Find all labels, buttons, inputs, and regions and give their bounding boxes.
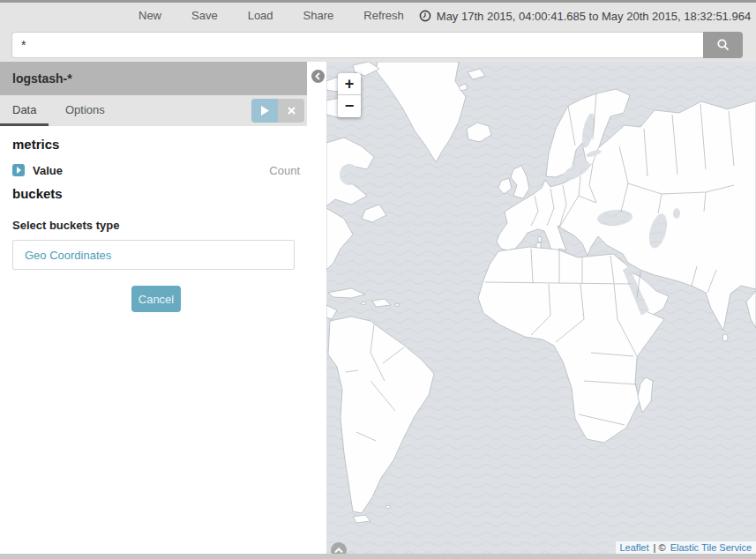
sidebar-tabs: Data Options <box>0 95 307 126</box>
cancel-button[interactable]: Cancel <box>131 286 181 312</box>
search-button[interactable] <box>703 32 743 58</box>
metrics-heading: metrics <box>12 137 300 152</box>
search-input[interactable] <box>11 32 703 58</box>
buckets-heading: buckets <box>12 186 300 201</box>
nav-new[interactable]: New <box>124 3 176 29</box>
attribution-separator: | © <box>652 542 668 553</box>
nav-refresh[interactable]: Refresh <box>348 3 419 29</box>
metric-label: Value <box>33 164 63 177</box>
time-picker[interactable]: May 17th 2015, 04:00:41.685 to May 20th … <box>419 10 751 23</box>
select-buckets-type-label: Select buckets type <box>12 219 300 232</box>
bucket-option-geo-coordinates[interactable]: Geo Coordinates <box>13 249 111 262</box>
chevron-left-icon <box>314 72 322 80</box>
apply-changes-button[interactable] <box>251 99 278 123</box>
clock-icon <box>419 10 431 22</box>
nav-load[interactable]: Load <box>233 3 288 29</box>
nav-items: New Save Load Share Refresh <box>124 3 419 29</box>
search-icon <box>716 38 730 52</box>
elastic-tile-service-link[interactable]: Elastic Tile Service <box>670 542 752 553</box>
metric-row-value: Value Count <box>12 160 300 181</box>
vis-editor-sidebar: logstash-* Data Options <box>0 62 326 554</box>
map-zoom-control: + − <box>338 73 361 117</box>
chevron-right-icon <box>17 167 21 174</box>
time-range-label: May 17th 2015, 04:00:41.685 to May 20th … <box>437 10 751 23</box>
index-pattern-header: logstash-* <box>0 62 307 95</box>
spy-panel-toggle[interactable] <box>331 542 347 554</box>
nav-save[interactable]: Save <box>176 3 233 29</box>
bottom-border <box>0 554 756 559</box>
chevron-up-icon <box>333 547 344 554</box>
buckets-type-listbox[interactable]: Geo Coordinates <box>12 240 295 270</box>
search-bar <box>0 29 756 62</box>
zoom-out-button[interactable]: − <box>338 95 361 117</box>
metric-agg-type: Count <box>269 164 300 177</box>
kibana-visualize-app: New Save Load Share Refresh May 17th 201… <box>0 0 756 559</box>
tab-data[interactable]: Data <box>0 95 49 126</box>
zoom-in-button[interactable]: + <box>338 73 361 95</box>
tile-map-canvas[interactable]: + − Leaflet | © Elastic Tile Service <box>326 62 756 554</box>
play-icon <box>261 106 269 116</box>
nav-share[interactable]: Share <box>288 3 349 29</box>
sidebar-collapse-toggle[interactable] <box>311 70 325 83</box>
top-navbar: New Save Load Share Refresh May 17th 201… <box>0 3 756 29</box>
leaflet-link[interactable]: Leaflet <box>620 542 649 553</box>
metric-expand-toggle[interactable] <box>12 164 25 176</box>
close-icon <box>288 107 296 115</box>
world-map-tiles <box>326 62 756 554</box>
apply-button-group <box>251 99 304 123</box>
tab-options[interactable]: Options <box>53 95 117 126</box>
sidebar-content: metrics Value Count buckets Select bucke… <box>0 126 307 319</box>
map-attribution: Leaflet | © Elastic Tile Service <box>616 541 756 554</box>
discard-changes-button[interactable] <box>278 99 304 123</box>
